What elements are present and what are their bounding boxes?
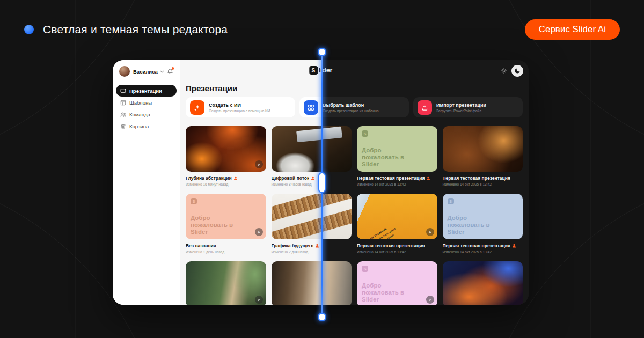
create-with-ai-card[interactable]: Создать с ИИ Создать презентацию с помощ…	[186, 97, 295, 117]
thumbnail-welcome-pink: S Добро пожаловать в Slider	[357, 261, 437, 305]
light-theme-button[interactable]	[498, 65, 510, 77]
ai-sparkle-icon	[190, 100, 204, 115]
welcome-text: Добро пожаловать в Slider	[191, 215, 233, 236]
welcome-text: Добро пожаловать в Slider	[448, 215, 491, 236]
sidebar-item-trash[interactable]: Корзина	[116, 120, 177, 132]
sidebar: Василиса Презентации	[113, 60, 180, 305]
sidebar-nav: Презентации Шаблоны Команда Корзина	[113, 85, 180, 132]
template-grid-icon	[304, 100, 318, 115]
action-subtitle: Создать презентацию с помощью ИИ	[209, 109, 270, 113]
card-title: Первая тестовая презентация	[443, 243, 510, 248]
user-name: Василиса	[133, 69, 158, 75]
welcome-text: Добро пожаловать в Slider	[362, 147, 405, 168]
page: Светлая и темная темы редактора Сервис S…	[0, 0, 644, 338]
sun-icon	[501, 68, 507, 74]
theme-toggle	[498, 65, 523, 77]
action-title: Создать с ИИ	[209, 102, 270, 108]
thumbnail-welcome-salmon: S Добро пожаловать в Slider	[186, 194, 266, 239]
thumbnail-welcome-green: S Добро пожаловать в Slider	[357, 126, 437, 172]
thumbnail-green-interior	[186, 261, 266, 305]
templates-icon	[120, 100, 126, 106]
card-meta: Изменено 14 окт 2025 в 13:42	[357, 182, 437, 186]
trash-icon	[120, 123, 126, 129]
presentation-card[interactable]: Глубина абстракции Изменено 16 минут наз…	[186, 126, 266, 186]
presentation-card[interactable]: S Добро пожаловать в Slider Первая тесто…	[443, 194, 523, 254]
divider-handle-top[interactable]	[318, 48, 326, 56]
thumbnail-abstract-orange	[186, 126, 266, 172]
sidebar-item-team[interactable]: Команда	[116, 108, 177, 120]
sidebar-item-label: Презентации	[129, 88, 162, 94]
presentations-icon	[120, 88, 126, 94]
slider-mark-icon: S	[362, 266, 368, 272]
slider-mark-icon: S	[191, 198, 197, 204]
card-meta: Изменено 1 день назад	[186, 250, 266, 254]
decorative-line	[75, 0, 76, 338]
action-title: Выбрать шаблон	[323, 102, 379, 108]
welcome-text: Добро пожаловать в Slider	[362, 282, 405, 303]
import-icon	[418, 100, 432, 115]
slider-mark-icon: S	[362, 130, 368, 137]
card-meta: Изменено 14 окт 2025 в 13:42	[443, 250, 523, 254]
page-title: Светлая и темная темы редактора	[43, 23, 228, 36]
link-icon	[426, 228, 434, 236]
sidebar-item-label: Команда	[129, 112, 150, 117]
action-subtitle: Загрузить PowerPoint файл	[436, 109, 486, 113]
notification-dot	[172, 67, 174, 70]
link-icon	[255, 228, 263, 236]
decorative-line	[590, 0, 591, 338]
presentation-card[interactable]	[186, 261, 266, 305]
team-icon	[120, 112, 126, 117]
link-icon	[255, 296, 263, 304]
presentation-card[interactable]: S Добро пожаловать в Slider	[357, 261, 437, 305]
user-menu[interactable]: Василиса	[113, 60, 180, 77]
link-icon	[426, 296, 434, 304]
sidebar-item-label: Шаблоны	[129, 100, 152, 106]
presentation-card[interactable]	[443, 261, 523, 305]
topbar: Светлая и темная темы редактора Сервис S…	[24, 19, 620, 40]
card-title: Графика будущего	[272, 243, 314, 248]
bell-icon[interactable]	[167, 68, 173, 75]
accent-dot	[24, 25, 34, 34]
divider-handle-bottom[interactable]	[318, 313, 326, 321]
card-meta: Изменено 16 минут назад	[186, 182, 266, 186]
dark-theme-button[interactable]	[511, 65, 523, 77]
card-title: Глубина абстракции	[186, 175, 232, 181]
action-subtitle: Создать презентацию из шаблона	[323, 109, 379, 113]
presentation-card[interactable]: Crazy Frederick Foxy Tariq Aziz vows Wou…	[357, 194, 437, 254]
thumbnail-person-laptop	[443, 126, 523, 172]
sidebar-item-label: Корзина	[129, 123, 149, 129]
shared-person-icon	[426, 176, 430, 180]
divider-handle-middle[interactable]	[318, 172, 326, 193]
link-icon	[255, 160, 263, 168]
card-meta: Изменено 14 окт 2025 в 13:42	[357, 250, 437, 254]
avatar	[119, 66, 130, 77]
thumbnail-jazz-poster: Crazy Frederick Foxy Tariq Aziz vows Wou…	[357, 194, 437, 239]
sidebar-item-presentations[interactable]: Презентации	[116, 85, 177, 97]
thumbnail-welcome-blue: S Добро пожаловать в Slider	[443, 194, 523, 239]
service-button[interactable]: Сервис Slider Ai	[525, 19, 620, 40]
shared-person-icon	[233, 176, 238, 180]
presentation-card[interactable]: Первая тестовая презентация Изменено 14 …	[443, 126, 523, 186]
chevron-down-icon	[160, 70, 164, 73]
card-title: Первая тестовая презентация	[357, 175, 425, 181]
presentation-card[interactable]: S Добро пожаловать в Slider Без названия…	[186, 194, 266, 254]
moon-icon	[514, 68, 521, 74]
card-title: Первая тестовая презентация	[357, 243, 425, 248]
card-title: Первая тестовая презентация	[443, 175, 510, 181]
logo-mark: S	[309, 66, 318, 75]
sidebar-item-templates[interactable]: Шаблоны	[116, 97, 177, 108]
shared-person-icon	[315, 244, 319, 248]
card-meta: Изменено 14 окт 2025 в 13:42	[443, 182, 523, 186]
card-title: Без названия	[186, 243, 216, 248]
card-title: Цифровой поток	[272, 175, 310, 181]
thumbnail-abstract-flame	[443, 261, 523, 305]
import-presentation-card[interactable]: Импорт презентации Загрузить PowerPoint …	[413, 97, 523, 117]
action-title: Импорт презентации	[436, 102, 486, 108]
shared-person-icon	[512, 244, 516, 248]
slider-mark-icon: S	[448, 198, 454, 204]
shared-person-icon	[311, 176, 315, 180]
presentation-card[interactable]: S Добро пожаловать в Slider Первая тесто…	[357, 126, 437, 186]
